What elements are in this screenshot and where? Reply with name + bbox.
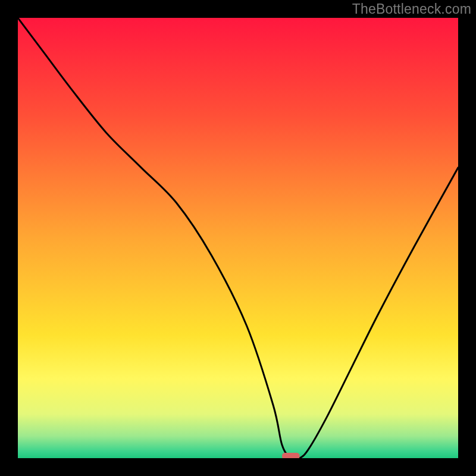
chart-frame: TheBottleneck.com: [0, 0, 476, 476]
chart-svg: [18, 18, 458, 458]
optimal-marker: [282, 453, 300, 458]
watermark-text: TheBottleneck.com: [352, 1, 471, 17]
gradient-background: [18, 18, 458, 458]
plot-area: [18, 18, 458, 458]
